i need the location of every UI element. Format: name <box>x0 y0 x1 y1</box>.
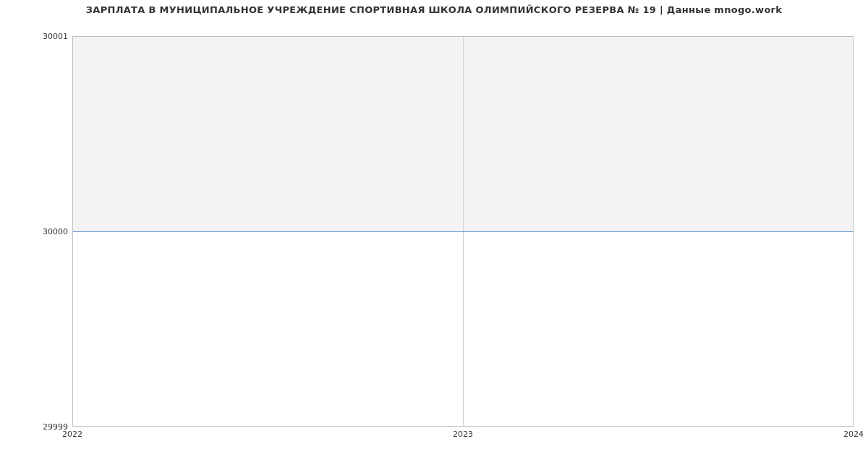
x-tick-label: 2022 <box>62 430 82 439</box>
y-tick-label: 29999 <box>3 422 68 432</box>
x-tick-label: 2023 <box>453 430 473 439</box>
chart-container: ЗАРПЛАТА В МУНИЦИПАЛЬНОЕ УЧРЕЖДЕНИЕ СПОР… <box>0 0 868 470</box>
chart-title: ЗАРПЛАТА В МУНИЦИПАЛЬНОЕ УЧРЕЖДЕНИЕ СПОР… <box>0 4 868 15</box>
plot-area <box>72 36 854 427</box>
y-tick-label: 30001 <box>3 32 68 41</box>
x-tick-label: 2024 <box>843 430 864 439</box>
y-tick-label: 30000 <box>3 227 68 236</box>
series-line <box>73 231 853 232</box>
